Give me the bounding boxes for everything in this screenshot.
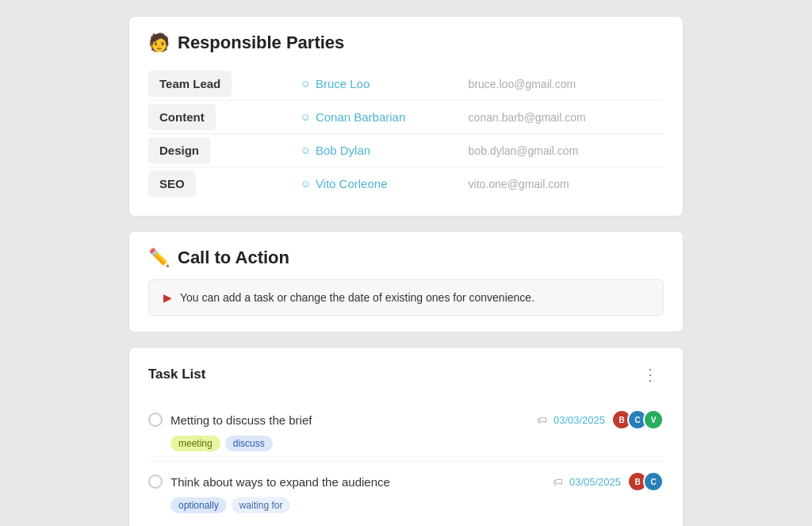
responsible-parties-header: 🧑 Responsible Parties xyxy=(148,33,664,53)
role-cell: SEO xyxy=(148,167,288,201)
task-avatars: BC xyxy=(627,471,664,492)
task-list-menu-button[interactable]: ⋮ xyxy=(638,363,664,386)
task-right: 🏷 03/03/2025 BCV xyxy=(537,409,664,430)
cta-info-text: You can add a task or change the date of… xyxy=(180,291,534,304)
task-item: Think about ways to expand the audience … xyxy=(148,462,664,523)
party-name-cell: ☺ Bruce Loo xyxy=(288,67,462,101)
tag-icon: 🏷 xyxy=(553,476,563,488)
party-email: bob.dylan@gmail.com xyxy=(462,134,664,167)
task-tags: optionallywaiting for xyxy=(170,497,664,513)
task-date: 03/05/2025 xyxy=(569,476,621,488)
parties-table: Team Lead ☺ Bruce Loo bruce.loo@gmail.co… xyxy=(148,67,664,200)
avatar: C xyxy=(643,471,664,492)
person-icon: ☺ xyxy=(301,144,311,156)
party-role: Content xyxy=(148,104,216,130)
task-list-title: Task List xyxy=(148,367,205,382)
party-name-text: Bruce Loo xyxy=(316,77,370,90)
party-row: Content ☺ Conan Barbarian conan.barb@gma… xyxy=(148,101,664,134)
party-name-link[interactable]: ☺ Bob Dylan xyxy=(301,144,450,157)
party-row: SEO ☺ Vito Corleone vito.one@gmail.com xyxy=(148,167,664,201)
call-to-action-section: ✏️ Call to Action ▶ You can add a task o… xyxy=(128,231,684,332)
party-name-link[interactable]: ☺ Bruce Loo xyxy=(301,77,450,90)
party-email: conan.barb@gmail.com xyxy=(462,101,664,134)
person-icon: ☺ xyxy=(301,78,311,90)
cta-info-box: ▶ You can add a task or change the date … xyxy=(148,279,664,316)
party-name-text: Bob Dylan xyxy=(316,144,370,157)
task-checkbox[interactable] xyxy=(148,474,163,489)
cta-arrow-icon: ▶ xyxy=(163,291,172,304)
party-role: SEO xyxy=(148,171,196,197)
avatar: V xyxy=(643,409,664,430)
task-date: 03/03/2025 xyxy=(553,414,605,426)
role-cell: Design xyxy=(148,134,288,167)
party-name-text: Conan Barbarian xyxy=(316,110,405,124)
party-name-cell: ☺ Vito Corleone xyxy=(288,167,462,201)
cta-title: Call to Action xyxy=(178,248,289,268)
responsible-parties-title: Responsible Parties xyxy=(178,33,344,53)
party-email: bruce.loo@gmail.com xyxy=(462,67,664,101)
task-tag[interactable]: meeting xyxy=(170,436,220,451)
responsible-parties-section: 🧑 Responsible Parties Team Lead ☺ Bruce … xyxy=(128,16,684,217)
task-row: Think about ways to expand the audience … xyxy=(148,471,664,492)
task-item: Metting to discuss the brief 🏷 03/03/202… xyxy=(148,400,664,462)
task-name: Think about ways to expand the audience xyxy=(170,475,390,489)
party-name-text: Vito Corleone xyxy=(316,177,388,190)
party-name-cell: ☺ Conan Barbarian xyxy=(288,101,462,134)
main-container: 🧑 Responsible Parties Team Lead ☺ Bruce … xyxy=(128,16,684,526)
task-list-header: Task List ⋮ xyxy=(148,363,664,386)
person-icon: ☺ xyxy=(301,178,311,190)
task-left: Think about ways to expand the audience xyxy=(148,474,390,489)
party-role: Team Lead xyxy=(148,71,232,97)
party-name-cell: ☺ Bob Dylan xyxy=(288,134,462,167)
task-name: Metting to discuss the brief xyxy=(170,413,312,427)
task-list-section: Task List ⋮ Metting to discuss the brief… xyxy=(128,347,684,526)
task-checkbox[interactable] xyxy=(148,413,163,427)
task-tag[interactable]: waiting for xyxy=(232,497,291,513)
cta-icon: ✏️ xyxy=(148,248,170,268)
cta-header: ✏️ Call to Action xyxy=(148,248,664,268)
tag-icon: 🏷 xyxy=(537,414,547,426)
party-row: Design ☺ Bob Dylan bob.dylan@gmail.com xyxy=(148,134,664,167)
party-name-link[interactable]: ☺ Conan Barbarian xyxy=(301,110,450,124)
responsible-parties-icon: 🧑 xyxy=(148,33,170,53)
task-right: 🏷 03/05/2025 BC xyxy=(553,471,664,492)
task-tag[interactable]: discuss xyxy=(225,436,273,451)
task-avatars: BCV xyxy=(611,409,664,430)
role-cell: Team Lead xyxy=(148,67,288,101)
task-left: Metting to discuss the brief xyxy=(148,413,312,427)
task-tags: meetingdiscuss xyxy=(170,436,664,451)
party-row: Team Lead ☺ Bruce Loo bruce.loo@gmail.co… xyxy=(148,67,664,101)
party-role: Design xyxy=(148,137,210,163)
role-cell: Content xyxy=(148,101,288,134)
tasks-container: Metting to discuss the brief 🏷 03/03/202… xyxy=(148,400,664,523)
task-row: Metting to discuss the brief 🏷 03/03/202… xyxy=(148,409,664,430)
task-tag[interactable]: optionally xyxy=(170,497,227,513)
add-task-button[interactable]: + Add new Task xyxy=(148,523,226,526)
person-icon: ☺ xyxy=(301,111,311,123)
party-name-link[interactable]: ☺ Vito Corleone xyxy=(301,177,450,190)
party-email: vito.one@gmail.com xyxy=(462,167,664,201)
